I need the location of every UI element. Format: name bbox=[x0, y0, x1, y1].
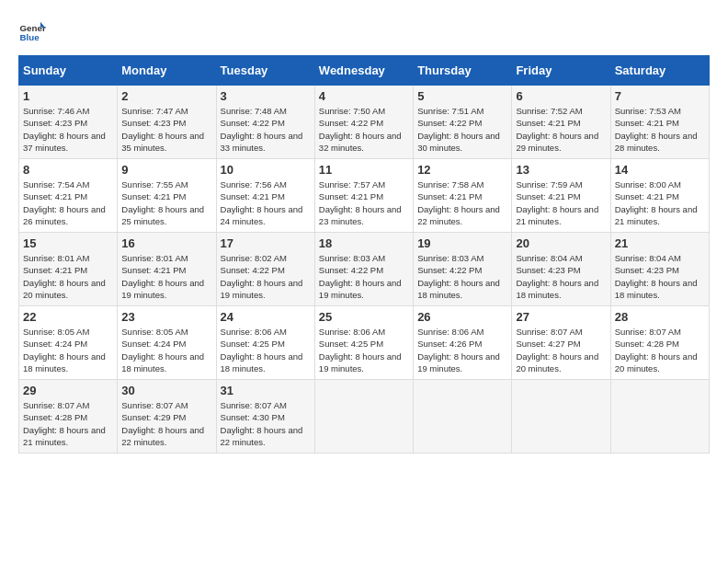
cell-info: Sunrise: 8:07 AM Sunset: 4:28 PM Dayligh… bbox=[23, 399, 113, 448]
table-row: 31 Sunrise: 8:07 AM Sunset: 4:30 PM Dayl… bbox=[216, 380, 314, 454]
table-row: 18 Sunrise: 8:03 AM Sunset: 4:22 PM Dayl… bbox=[314, 233, 413, 306]
day-number: 23 bbox=[121, 310, 211, 324]
day-number: 15 bbox=[23, 236, 113, 250]
table-row: 11 Sunrise: 7:57 AM Sunset: 4:21 PM Dayl… bbox=[314, 159, 413, 233]
calendar-row: 29 Sunrise: 8:07 AM Sunset: 4:28 PM Dayl… bbox=[19, 380, 710, 454]
cell-info: Sunrise: 8:04 AM Sunset: 4:23 PM Dayligh… bbox=[615, 252, 705, 301]
day-number: 19 bbox=[417, 236, 507, 250]
day-number: 28 bbox=[615, 310, 705, 324]
col-friday: Friday bbox=[512, 56, 610, 86]
day-number: 25 bbox=[319, 310, 409, 324]
cell-info: Sunrise: 8:07 AM Sunset: 4:29 PM Dayligh… bbox=[121, 399, 211, 448]
table-row: 10 Sunrise: 7:56 AM Sunset: 4:21 PM Dayl… bbox=[216, 159, 314, 233]
table-row: 14 Sunrise: 8:00 AM Sunset: 4:21 PM Dayl… bbox=[610, 159, 709, 233]
day-number: 18 bbox=[319, 236, 409, 250]
table-row bbox=[414, 380, 512, 454]
table-row: 26 Sunrise: 8:06 AM Sunset: 4:26 PM Dayl… bbox=[414, 306, 512, 380]
cell-info: Sunrise: 8:04 AM Sunset: 4:23 PM Dayligh… bbox=[516, 252, 606, 301]
cell-info: Sunrise: 8:01 AM Sunset: 4:21 PM Dayligh… bbox=[121, 252, 211, 301]
col-sunday: Sunday bbox=[19, 56, 118, 86]
cell-info: Sunrise: 7:53 AM Sunset: 4:21 PM Dayligh… bbox=[615, 105, 705, 154]
table-row: 16 Sunrise: 8:01 AM Sunset: 4:21 PM Dayl… bbox=[118, 233, 216, 306]
calendar-table: Sunday Monday Tuesday Wednesday Thursday… bbox=[18, 55, 710, 454]
table-row: 20 Sunrise: 8:04 AM Sunset: 4:23 PM Dayl… bbox=[512, 233, 610, 306]
cell-info: Sunrise: 8:00 AM Sunset: 4:21 PM Dayligh… bbox=[615, 178, 705, 227]
cell-info: Sunrise: 7:50 AM Sunset: 4:22 PM Dayligh… bbox=[319, 105, 409, 154]
cell-info: Sunrise: 7:47 AM Sunset: 4:23 PM Dayligh… bbox=[121, 105, 211, 154]
day-number: 7 bbox=[615, 89, 705, 103]
day-number: 3 bbox=[221, 89, 311, 103]
table-row: 22 Sunrise: 8:05 AM Sunset: 4:24 PM Dayl… bbox=[19, 306, 118, 380]
day-number: 9 bbox=[121, 163, 211, 177]
calendar-row: 1 Sunrise: 7:46 AM Sunset: 4:23 PM Dayli… bbox=[19, 86, 710, 159]
cell-info: Sunrise: 7:55 AM Sunset: 4:21 PM Dayligh… bbox=[121, 178, 211, 227]
day-number: 13 bbox=[516, 163, 606, 177]
table-row bbox=[512, 380, 610, 454]
table-row: 30 Sunrise: 8:07 AM Sunset: 4:29 PM Dayl… bbox=[118, 380, 216, 454]
calendar-row: 22 Sunrise: 8:05 AM Sunset: 4:24 PM Dayl… bbox=[19, 306, 710, 380]
table-row: 15 Sunrise: 8:01 AM Sunset: 4:21 PM Dayl… bbox=[19, 233, 118, 306]
table-row: 23 Sunrise: 8:05 AM Sunset: 4:24 PM Dayl… bbox=[118, 306, 216, 380]
logo: General Blue bbox=[18, 18, 50, 46]
table-row: 13 Sunrise: 7:59 AM Sunset: 4:21 PM Dayl… bbox=[512, 159, 610, 233]
page-header: General Blue bbox=[18, 18, 710, 46]
day-number: 6 bbox=[516, 89, 606, 103]
cell-info: Sunrise: 8:01 AM Sunset: 4:21 PM Dayligh… bbox=[23, 252, 113, 301]
day-number: 22 bbox=[23, 310, 113, 324]
cell-info: Sunrise: 8:06 AM Sunset: 4:25 PM Dayligh… bbox=[319, 326, 409, 374]
col-wednesday: Wednesday bbox=[314, 56, 413, 86]
day-number: 5 bbox=[417, 89, 507, 103]
cell-info: Sunrise: 7:56 AM Sunset: 4:21 PM Dayligh… bbox=[221, 178, 311, 227]
table-row: 19 Sunrise: 8:03 AM Sunset: 4:22 PM Dayl… bbox=[414, 233, 512, 306]
cell-info: Sunrise: 7:54 AM Sunset: 4:21 PM Dayligh… bbox=[23, 178, 113, 227]
day-number: 21 bbox=[615, 236, 705, 250]
day-number: 24 bbox=[221, 310, 311, 324]
cell-info: Sunrise: 7:48 AM Sunset: 4:22 PM Dayligh… bbox=[221, 105, 311, 154]
cell-info: Sunrise: 8:03 AM Sunset: 4:22 PM Dayligh… bbox=[319, 252, 409, 301]
day-number: 14 bbox=[615, 163, 705, 177]
cell-info: Sunrise: 7:52 AM Sunset: 4:21 PM Dayligh… bbox=[516, 105, 606, 154]
cell-info: Sunrise: 7:58 AM Sunset: 4:21 PM Dayligh… bbox=[417, 178, 507, 227]
cell-info: Sunrise: 7:46 AM Sunset: 4:23 PM Dayligh… bbox=[23, 105, 113, 154]
table-row: 7 Sunrise: 7:53 AM Sunset: 4:21 PM Dayli… bbox=[610, 86, 709, 159]
table-row: 5 Sunrise: 7:51 AM Sunset: 4:22 PM Dayli… bbox=[414, 86, 512, 159]
col-tuesday: Tuesday bbox=[216, 56, 314, 86]
table-row: 27 Sunrise: 8:07 AM Sunset: 4:27 PM Dayl… bbox=[512, 306, 610, 380]
col-monday: Monday bbox=[118, 56, 216, 86]
day-number: 20 bbox=[516, 236, 606, 250]
day-number: 1 bbox=[23, 89, 113, 103]
cell-info: Sunrise: 8:07 AM Sunset: 4:28 PM Dayligh… bbox=[615, 326, 705, 374]
logo-icon: General Blue bbox=[18, 18, 46, 46]
cell-info: Sunrise: 8:05 AM Sunset: 4:24 PM Dayligh… bbox=[121, 326, 211, 374]
cell-info: Sunrise: 8:03 AM Sunset: 4:22 PM Dayligh… bbox=[417, 252, 507, 301]
calendar-row: 8 Sunrise: 7:54 AM Sunset: 4:21 PM Dayli… bbox=[19, 159, 710, 233]
cell-info: Sunrise: 8:02 AM Sunset: 4:22 PM Dayligh… bbox=[221, 252, 311, 301]
day-number: 16 bbox=[121, 236, 211, 250]
table-row: 9 Sunrise: 7:55 AM Sunset: 4:21 PM Dayli… bbox=[118, 159, 216, 233]
table-row bbox=[314, 380, 413, 454]
table-row: 17 Sunrise: 8:02 AM Sunset: 4:22 PM Dayl… bbox=[216, 233, 314, 306]
cell-info: Sunrise: 8:07 AM Sunset: 4:30 PM Dayligh… bbox=[221, 399, 311, 448]
calendar-row: 15 Sunrise: 8:01 AM Sunset: 4:21 PM Dayl… bbox=[19, 233, 710, 306]
cell-info: Sunrise: 8:06 AM Sunset: 4:25 PM Dayligh… bbox=[221, 326, 311, 374]
day-number: 4 bbox=[319, 89, 409, 103]
col-saturday: Saturday bbox=[610, 56, 709, 86]
table-row bbox=[610, 380, 709, 454]
day-number: 10 bbox=[221, 163, 311, 177]
day-number: 31 bbox=[221, 384, 311, 397]
col-thursday: Thursday bbox=[414, 56, 512, 86]
table-row: 21 Sunrise: 8:04 AM Sunset: 4:23 PM Dayl… bbox=[610, 233, 709, 306]
table-row: 4 Sunrise: 7:50 AM Sunset: 4:22 PM Dayli… bbox=[314, 86, 413, 159]
table-row: 29 Sunrise: 8:07 AM Sunset: 4:28 PM Dayl… bbox=[19, 380, 118, 454]
day-number: 8 bbox=[23, 163, 113, 177]
table-row: 28 Sunrise: 8:07 AM Sunset: 4:28 PM Dayl… bbox=[610, 306, 709, 380]
cell-info: Sunrise: 8:07 AM Sunset: 4:27 PM Dayligh… bbox=[516, 326, 606, 374]
table-row: 2 Sunrise: 7:47 AM Sunset: 4:23 PM Dayli… bbox=[118, 86, 216, 159]
table-row: 6 Sunrise: 7:52 AM Sunset: 4:21 PM Dayli… bbox=[512, 86, 610, 159]
cell-info: Sunrise: 7:51 AM Sunset: 4:22 PM Dayligh… bbox=[417, 105, 507, 154]
table-row: 12 Sunrise: 7:58 AM Sunset: 4:21 PM Dayl… bbox=[414, 159, 512, 233]
day-number: 27 bbox=[516, 310, 606, 324]
calendar-body: 1 Sunrise: 7:46 AM Sunset: 4:23 PM Dayli… bbox=[19, 86, 710, 454]
cell-info: Sunrise: 7:59 AM Sunset: 4:21 PM Dayligh… bbox=[516, 178, 606, 227]
day-number: 17 bbox=[221, 236, 311, 250]
